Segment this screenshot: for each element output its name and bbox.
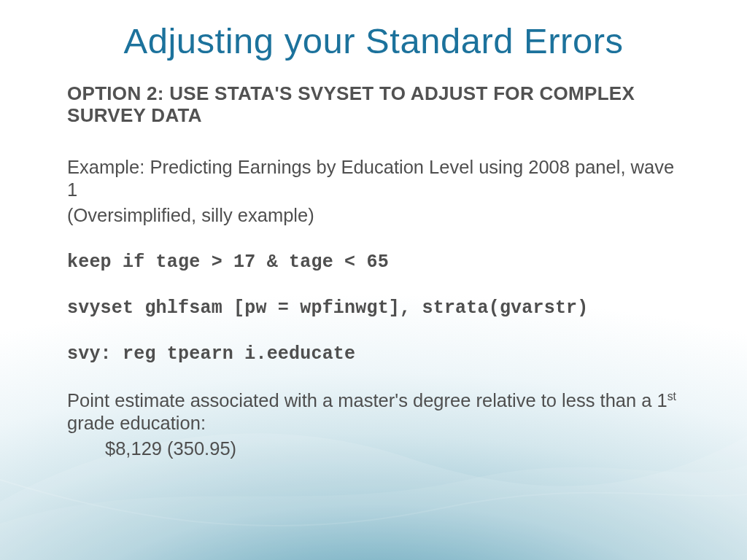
estimate-label: Point estimate associated with a master'…: [67, 389, 687, 435]
ordinal-superscript: st: [667, 390, 676, 402]
option-subheading: OPTION 2: USE STATA'S SVYSET TO ADJUST F…: [67, 83, 687, 127]
slide: Adjusting your Standard Errors OPTION 2:…: [0, 0, 747, 560]
estimate-value: $8,129 (350.95): [67, 438, 687, 460]
estimate-label-pre: Point estimate associated with a master'…: [67, 390, 667, 411]
estimate-label-post: grade education:: [67, 413, 206, 433]
example-description-line1: Example: Predicting Earnings by Educatio…: [67, 156, 687, 201]
slide-content: OPTION 2: USE STATA'S SVYSET TO ADJUST F…: [60, 83, 687, 460]
code-line-keep: keep if tage > 17 & tage < 65: [67, 252, 687, 273]
slide-title: Adjusting your Standard Errors: [60, 20, 687, 61]
example-description-line2: (Oversimplified, silly example): [67, 204, 687, 227]
code-line-svyset: svyset ghlfsam [pw = wpfinwgt], strata(g…: [67, 298, 687, 319]
code-line-svyreg: svy: reg tpearn i.eeducate: [67, 343, 687, 365]
